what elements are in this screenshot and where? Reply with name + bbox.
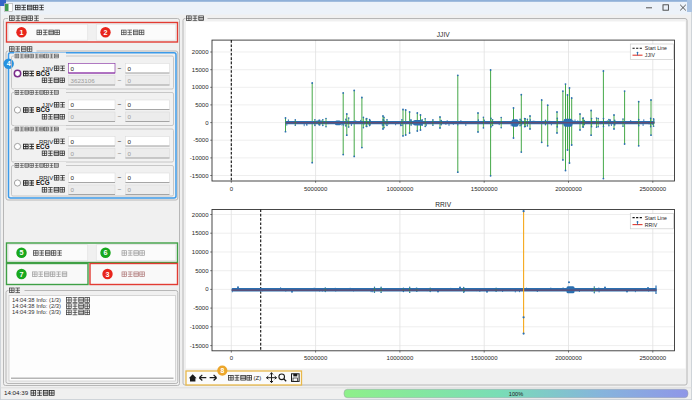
svg-text:8: 8: [220, 367, 224, 374]
svg-text:0: 0: [71, 174, 75, 181]
svg-text:1: 1: [20, 28, 24, 37]
svg-text:Start Line: Start Line: [645, 45, 667, 51]
svg-text:10000000: 10000000: [387, 355, 414, 361]
svg-text:0: 0: [128, 101, 132, 108]
svg-text:2: 2: [104, 28, 108, 37]
svg-text:~: ~: [118, 77, 122, 84]
svg-text:~: ~: [118, 101, 122, 108]
svg-text:100%: 100%: [509, 391, 523, 397]
svg-text:0: 0: [71, 138, 75, 145]
svg-text:3: 3: [106, 270, 110, 279]
svg-text:0: 0: [128, 113, 132, 120]
svg-text:-5000: -5000: [193, 305, 209, 311]
svg-text:0: 0: [71, 101, 75, 108]
svg-text:-15000: -15000: [190, 343, 209, 349]
svg-text:~: ~: [118, 186, 122, 193]
svg-text:4: 4: [7, 59, 11, 68]
svg-text:14:04:38 Info: (2/3): 14:04:38 Info: (2/3): [12, 303, 61, 309]
svg-text:0: 0: [128, 186, 132, 193]
svg-text:15000: 15000: [192, 67, 209, 73]
svg-text:15000000: 15000000: [471, 355, 498, 361]
svg-text:~: ~: [118, 138, 122, 145]
svg-text:0: 0: [71, 186, 75, 193]
svg-text:5000000: 5000000: [304, 186, 328, 192]
svg-text:10000000: 10000000: [387, 186, 414, 192]
svg-text:Start Line: Start Line: [645, 215, 667, 221]
svg-text:14:04:39: 14:04:39: [4, 389, 29, 396]
svg-text:5000: 5000: [195, 268, 209, 274]
svg-text:15000000: 15000000: [471, 186, 498, 192]
svg-text:0: 0: [71, 113, 75, 120]
svg-text:5000: 5000: [195, 102, 209, 108]
svg-text:~: ~: [118, 174, 122, 181]
svg-text:7: 7: [20, 270, 24, 279]
svg-text:JJIV: JJIV: [645, 52, 656, 58]
svg-text:25000000: 25000000: [639, 186, 666, 192]
svg-text:14:04:39 Info: (3/3): 14:04:39 Info: (3/3): [12, 309, 61, 315]
svg-text:3623106: 3623106: [71, 77, 96, 84]
svg-text:5000000: 5000000: [304, 355, 328, 361]
svg-text:5: 5: [20, 248, 24, 257]
svg-text:JJIV: JJIV: [437, 31, 450, 38]
svg-text:25000000: 25000000: [639, 355, 666, 361]
svg-text:6: 6: [104, 248, 108, 257]
svg-text:0: 0: [128, 150, 132, 157]
svg-text:~: ~: [118, 113, 122, 120]
svg-text:RRIV: RRIV: [39, 139, 53, 145]
svg-text:20000000: 20000000: [555, 186, 582, 192]
svg-text:14:04:38 Info: (1/3): 14:04:38 Info: (1/3): [12, 297, 61, 303]
svg-text:~: ~: [118, 65, 122, 72]
svg-text:0: 0: [128, 65, 132, 72]
svg-text:RRIV: RRIV: [435, 201, 451, 208]
svg-text:20000: 20000: [192, 212, 209, 218]
svg-text:10000: 10000: [192, 84, 209, 90]
svg-text:20000000: 20000000: [555, 355, 582, 361]
svg-text:-10000: -10000: [190, 155, 209, 161]
svg-text:JJIV: JJIV: [42, 66, 54, 72]
svg-text:-15000: -15000: [190, 173, 209, 179]
svg-text:~: ~: [118, 150, 122, 157]
svg-text:0: 0: [128, 174, 132, 181]
svg-text:0: 0: [128, 138, 132, 145]
svg-text:JJIV: JJIV: [42, 102, 54, 108]
svg-text:RRIV: RRIV: [645, 222, 658, 228]
svg-text:0: 0: [71, 150, 75, 157]
svg-text:0: 0: [71, 65, 75, 72]
svg-text:-10000: -10000: [190, 324, 209, 330]
svg-text:(Z): (Z): [254, 375, 262, 381]
svg-text:20000: 20000: [192, 49, 209, 55]
svg-text:15000: 15000: [192, 230, 209, 236]
svg-text:10000: 10000: [192, 249, 209, 255]
svg-text:-5000: -5000: [193, 137, 209, 143]
svg-text:RRIV: RRIV: [39, 175, 53, 181]
svg-text:0: 0: [128, 77, 132, 84]
